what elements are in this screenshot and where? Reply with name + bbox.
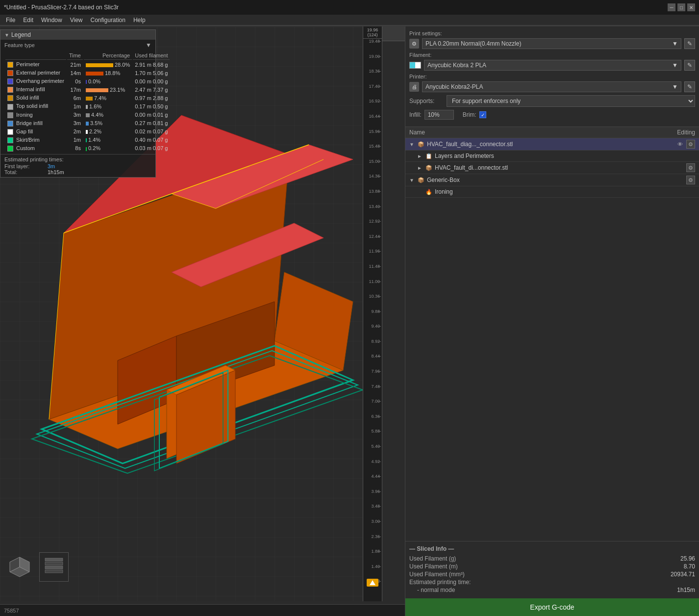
printer-value: Anycubic Kobra2-PLA bbox=[425, 83, 483, 90]
generic-box-actions: ⚙ bbox=[686, 176, 695, 184]
ruler-mark: 19.48 bbox=[369, 39, 381, 44]
used-filament-g-row: Used Filament (g) 25.96 bbox=[409, 555, 695, 562]
svg-rect-24 bbox=[45, 570, 63, 573]
legend-row: Overhang perimeter 0s 0.0% 0.00 m 0.00 g bbox=[5, 77, 170, 85]
ruler-mark: 8.92 bbox=[371, 339, 381, 344]
list-item-hvac-sub[interactable]: ► 📦 HVAC_fault_di...onnector.stl ⚙ bbox=[405, 162, 699, 174]
svg-marker-25 bbox=[370, 580, 375, 585]
est-time-label-row: Estimated printing time: bbox=[409, 579, 695, 586]
feature-time: 21m bbox=[67, 61, 83, 68]
feature-type-label: Feature type bbox=[4, 42, 35, 48]
generic-box-name: Generic-Box bbox=[427, 177, 684, 183]
feature-name: Bridge infill bbox=[5, 120, 66, 127]
ruler: 19.96 (124) 19.4819.0018.3617.4016.9216.… bbox=[363, 26, 382, 601]
legend-collapse-icon[interactable]: ▼ bbox=[4, 32, 9, 38]
menu-view[interactable]: View bbox=[66, 16, 87, 25]
list-item-ironing[interactable]: 🔥 Ironing bbox=[405, 186, 699, 198]
brim-checkbox[interactable]: ✓ bbox=[479, 111, 486, 118]
feature-color-swatch bbox=[7, 104, 13, 110]
ruler-mark: 18.36 bbox=[369, 69, 381, 74]
feature-filament: 0.40 m 0.07 g bbox=[133, 136, 170, 144]
menu-help[interactable]: Help bbox=[129, 16, 150, 25]
legend-row: Skirt/Brim 1m 1.4% 0.40 m 0.07 g bbox=[5, 136, 170, 144]
svg-rect-21 bbox=[45, 558, 63, 561]
total-value: 1h15m bbox=[48, 169, 64, 175]
maximize-button[interactable]: □ bbox=[677, 3, 685, 11]
ruler-mark: 7.96 bbox=[371, 369, 381, 374]
used-filament-m-value: 8.70 bbox=[684, 563, 695, 570]
print-settings-dropdown[interactable]: PLA 0.20mm Normal(0.4mm Nozzle) ▼ bbox=[422, 38, 681, 49]
printer-chevron: ▼ bbox=[672, 83, 678, 90]
ruler-marks: 19.4819.0018.3617.4016.9216.4415.9615.48… bbox=[363, 39, 382, 594]
cube-navigator[interactable] bbox=[5, 552, 34, 582]
normal-mode-label: - normal mode bbox=[409, 587, 455, 593]
print-settings-chevron: ▼ bbox=[672, 40, 678, 47]
ruler-mark: 14.36 bbox=[369, 174, 381, 179]
svg-rect-22 bbox=[45, 562, 63, 565]
filament-value: Anycubic Kobra 2 PLA bbox=[427, 62, 486, 69]
generic-box-icon: 📦 bbox=[417, 176, 425, 184]
ruler-mark: 11.00 bbox=[369, 279, 381, 284]
feature-pct: 3.5% bbox=[84, 120, 132, 127]
used-filament-m-row: Used Filament (m) 8.70 bbox=[409, 563, 695, 570]
feature-pct: 23.1% bbox=[84, 86, 132, 93]
print-settings-edit-btn[interactable]: ✎ bbox=[684, 38, 695, 49]
infill-input[interactable] bbox=[424, 110, 454, 120]
hvac-sub-settings[interactable]: ⚙ bbox=[686, 163, 695, 172]
minimize-button[interactable]: ─ bbox=[668, 3, 675, 11]
hvac-sub-name: HVAC_fault_di...onnector.stl bbox=[435, 164, 684, 171]
list-item-generic-box[interactable]: ▼ 📦 Generic-Box ⚙ bbox=[405, 174, 699, 186]
ironing-icon: 🔥 bbox=[425, 188, 433, 196]
export-gcode-button[interactable]: Export G-code bbox=[405, 598, 699, 616]
editing-column-header: Editing bbox=[677, 129, 695, 136]
feature-color-swatch bbox=[7, 121, 13, 127]
feature-time: 8s bbox=[67, 145, 83, 152]
layers-icon: 📋 bbox=[425, 152, 433, 160]
generic-box-expand: ▼ bbox=[409, 178, 415, 183]
total-label: Total: bbox=[4, 169, 44, 175]
filament-edit-btn[interactable]: ✎ bbox=[684, 60, 695, 71]
ruler-mark: 3.48 bbox=[371, 504, 381, 509]
printer-dropdown[interactable]: Anycubic Kobra2-PLA ▼ bbox=[422, 81, 681, 92]
ruler-mark: 11.96 bbox=[369, 249, 381, 254]
ruler-top-layer: (124) bbox=[367, 32, 377, 37]
normal-mode-row: - normal mode 1h15m bbox=[409, 587, 695, 593]
feature-color-swatch bbox=[7, 87, 13, 93]
feature-bar bbox=[86, 97, 93, 101]
brim-checkbox-container: ✓ bbox=[479, 111, 486, 118]
hvac-eye-icon[interactable]: 👁 bbox=[675, 140, 684, 149]
feature-bar bbox=[86, 147, 87, 151]
feature-type-icon[interactable]: ▼ bbox=[146, 42, 151, 49]
menu-window[interactable]: Window bbox=[37, 16, 66, 25]
feature-name: Skirt/Brim bbox=[5, 136, 66, 144]
generic-box-settings[interactable]: ⚙ bbox=[686, 176, 695, 184]
feature-color-swatch bbox=[7, 95, 13, 101]
printer-edit-btn[interactable]: ✎ bbox=[684, 81, 695, 92]
feature-name: External perimeter bbox=[5, 69, 66, 77]
layer-navigator[interactable] bbox=[39, 552, 69, 582]
menu-edit[interactable]: Edit bbox=[19, 16, 37, 25]
feature-name: Internal infill bbox=[5, 86, 66, 93]
ruler-mark: 15.96 bbox=[369, 129, 381, 134]
feature-bar bbox=[86, 130, 88, 134]
supports-dropdown[interactable]: For support enforcers only bbox=[447, 95, 695, 107]
print-settings-label: Print settings: bbox=[409, 30, 695, 36]
ruler-scroll[interactable] bbox=[367, 579, 378, 587]
titlebar: *Untitled - PrusaSlicer-2.7.4 based on S… bbox=[0, 0, 699, 15]
close-button[interactable]: ✕ bbox=[687, 3, 695, 11]
hvac-root-expand: ▼ bbox=[409, 142, 415, 147]
feature-name: Custom bbox=[5, 145, 66, 152]
feature-name: Overhang perimeter bbox=[5, 77, 66, 85]
filament-dropdown[interactable]: Anycubic Kobra 2 PLA ▼ bbox=[424, 60, 681, 71]
hvac-root-settings[interactable]: ⚙ bbox=[686, 140, 695, 149]
list-item-hvac-root[interactable]: ▼ 📦 HVAC_fault_diag..._connector.stl 👁 ⚙ bbox=[405, 138, 699, 151]
feature-pct: 0.2% bbox=[84, 145, 132, 152]
feature-filament: 0.00 m 0.00 g bbox=[133, 77, 170, 85]
list-item-layers-perimeters[interactable]: ► 📋 Layers and Perimeters bbox=[405, 151, 699, 162]
menu-configuration[interactable]: Configuration bbox=[87, 16, 129, 25]
feature-bar bbox=[86, 72, 103, 76]
ruler-mark: 4.92 bbox=[371, 459, 381, 464]
print-settings-value: PLA 0.20mm Normal(0.4mm Nozzle) bbox=[425, 40, 521, 47]
menu-file[interactable]: File bbox=[2, 16, 19, 25]
legend-row: Perimeter 21m 28.0% 2.91 m 8.68 g bbox=[5, 61, 170, 68]
